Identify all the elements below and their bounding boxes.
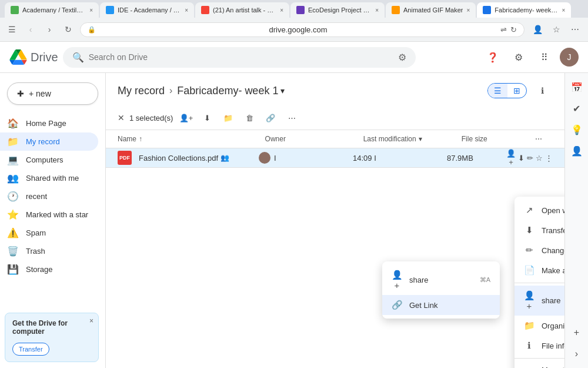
search-icon: 🔍 <box>72 52 84 63</box>
apps-button[interactable]: ⠿ <box>534 47 555 68</box>
column-name[interactable]: Name ↑ <box>118 135 265 143</box>
breadcrumb-current[interactable]: Fabricademy- week 1 ▾ <box>177 85 285 97</box>
shared-icon: 👥 <box>7 173 19 184</box>
tab-label: Fabricademy- week 1 - Googl... <box>495 6 558 14</box>
sidebar-item-my-record[interactable]: 📁 My record <box>0 132 98 151</box>
sidebar-label-shared: Shared with me <box>26 174 79 183</box>
address-bar[interactable]: 🔒 drive.google.com ⇌ ↻ <box>80 22 524 37</box>
link-icon: 🔗 <box>392 300 402 310</box>
tab-ide[interactable]: IDE - Academany / Textile Ac... × <box>100 2 194 18</box>
tab-favicon <box>296 6 305 14</box>
more-button[interactable]: ⋯ <box>567 21 583 38</box>
profile-button[interactable]: 👤 <box>529 21 546 38</box>
sidebar-item-recent[interactable]: 🕐 recent <box>0 187 98 205</box>
filter-icon[interactable]: ⚙ <box>398 52 406 63</box>
more-actions-button[interactable]: ⋯ <box>283 110 300 126</box>
tab-artist[interactable]: (21) An artist talk - Jeff Cowe... × <box>195 2 289 18</box>
drive-search-bar[interactable]: 🔍 ⚙ <box>63 47 416 68</box>
file-date: 14:09 I <box>353 154 376 163</box>
keep-button[interactable]: 💡 <box>567 120 586 139</box>
sub-ctx-get-link[interactable]: 🔗 Get Link <box>382 295 500 315</box>
list-view-button[interactable]: ☰ <box>488 84 507 98</box>
new-button-label: + new <box>29 89 51 98</box>
file-share-button[interactable]: 👤+ <box>506 151 516 165</box>
file-actions-cell: 👤+ ⬇ ✏ ☆ ⋮ <box>517 151 553 165</box>
breadcrumb-dropdown-icon: ▾ <box>280 86 285 95</box>
search-input[interactable] <box>89 52 393 62</box>
file-more-button[interactable]: ⋮ <box>545 151 553 165</box>
ctx-share[interactable]: 👤+ share › <box>514 286 564 316</box>
help-button[interactable]: ❓ <box>482 47 503 68</box>
tab-fabricademy[interactable]: Fabricademy- week 1 - Googl... × <box>477 2 571 18</box>
tab-gif[interactable]: Animated GIF Maker × <box>386 2 476 18</box>
tab-label: Animated GIF Maker <box>403 6 463 14</box>
download-button[interactable]: ⬇ <box>199 110 215 126</box>
notification-close-icon[interactable]: × <box>89 317 93 325</box>
tab-close-icon[interactable]: × <box>185 7 188 14</box>
sidebar-item-spam[interactable]: ⚠️ Spam <box>0 224 98 242</box>
tab-close-icon[interactable]: × <box>280 7 283 14</box>
notification-transfer-button[interactable]: Transfer <box>12 343 49 356</box>
tab-favicon <box>11 6 19 14</box>
add-panel-button[interactable]: + <box>567 323 586 342</box>
table-row[interactable]: PDF Fashion Collections.pdf 👥 I 14:09 I … <box>106 148 564 168</box>
sub-ctx-share[interactable]: 👤+ share ⌘A <box>382 265 500 295</box>
file-star-button[interactable]: ☆ <box>536 151 543 165</box>
bookmark-button[interactable]: ☆ <box>548 21 564 38</box>
tab-close-icon[interactable]: × <box>466 7 470 14</box>
reload-button[interactable]: ↻ <box>61 22 75 37</box>
drive-appbar: Drive 🔍 ⚙ ❓ ⚙ ⠿ J <box>0 42 588 73</box>
ctx-rename[interactable]: ✏ Change the name ⌘E <box>514 240 564 260</box>
file-edit-button[interactable]: ✏ <box>527 151 533 165</box>
context-menu: ↗ Open with › ⬇ Transfer ✏ Change the na… <box>514 197 564 368</box>
ctx-copy[interactable]: 📄 Make a copy ⌘C ⌘V <box>514 260 564 280</box>
ctx-file-info[interactable]: ℹ File information › <box>514 336 564 356</box>
move-button[interactable]: 📁 <box>220 110 236 126</box>
info-button[interactable]: ℹ <box>532 80 553 101</box>
tab-label: EcoDesign Project 2023 <box>308 6 372 14</box>
contacts-button[interactable]: 👤 <box>567 141 586 160</box>
column-date-label: Last modification <box>363 135 416 143</box>
sidebar-item-trash[interactable]: 🗑️ Trash <box>0 242 98 260</box>
user-avatar[interactable]: J <box>560 48 579 67</box>
file-download-button[interactable]: ⬇ <box>518 151 524 165</box>
ctx-open-with[interactable]: ↗ Open with › <box>514 200 564 220</box>
tab-close-icon[interactable]: × <box>89 7 93 14</box>
share-button[interactable]: 👤+ <box>178 110 194 126</box>
sidebar-item-storage[interactable]: 💾 Storage <box>0 260 98 279</box>
clock-icon: 🕐 <box>7 191 19 202</box>
link-button[interactable]: 🔗 <box>262 110 279 126</box>
tab-ecodesign[interactable]: EcoDesign Project 2023 × <box>290 2 385 18</box>
browser-toolbar-right: 👤 ☆ ⋯ <box>529 21 583 38</box>
breadcrumb-parent[interactable]: My record <box>118 85 165 97</box>
delete-button[interactable]: 🗑 <box>241 110 258 126</box>
forward-button[interactable]: › <box>42 22 56 37</box>
expand-button[interactable]: › <box>567 344 586 363</box>
sidebar-item-home[interactable]: 🏠 Home Page <box>0 114 98 132</box>
grid-view-button[interactable]: ⊞ <box>507 84 526 98</box>
tasks-button[interactable]: ✔ <box>567 99 586 118</box>
back-button[interactable]: ‹ <box>24 22 38 37</box>
sidebar-label-record: My record <box>26 137 60 146</box>
tab-academany[interactable]: Academany / Textile Academ... × <box>5 2 99 18</box>
column-actions: ⋯ <box>535 135 553 143</box>
sidebar-label-spam: Spam <box>26 228 46 237</box>
settings-button[interactable]: ⚙ <box>508 47 529 68</box>
ctx-transfer[interactable]: ⬇ Transfer <box>514 220 564 240</box>
sidebar-item-computers[interactable]: 💻 Computers <box>0 151 98 169</box>
tab-close-icon[interactable]: × <box>375 7 379 14</box>
file-name-cell: PDF Fashion Collections.pdf 👥 <box>118 151 259 165</box>
more-header-icon[interactable]: ⋯ <box>535 135 542 143</box>
tab-close-icon[interactable]: × <box>562 7 565 14</box>
sidebar-item-starred[interactable]: ⭐ Marked with a star <box>0 205 98 224</box>
sidebar-item-shared[interactable]: 👥 Shared with me <box>0 169 98 187</box>
column-date[interactable]: Last modification ▾ <box>363 135 462 143</box>
new-button[interactable]: ✚ + new <box>7 82 98 105</box>
deselect-icon[interactable]: ✕ <box>118 113 125 122</box>
browser-chrome: Academany / Textile Academ... × IDE - Ac… <box>0 0 588 42</box>
calendar-button[interactable]: 📅 <box>567 78 586 97</box>
ctx-organize[interactable]: 📁 Organize › <box>514 316 564 336</box>
ctx-trash[interactable]: 🗑 Move to the trash delete <box>514 361 564 368</box>
folder-icon: 📁 <box>7 136 19 147</box>
sidebar-toggle-button[interactable]: ☰ <box>5 22 19 37</box>
